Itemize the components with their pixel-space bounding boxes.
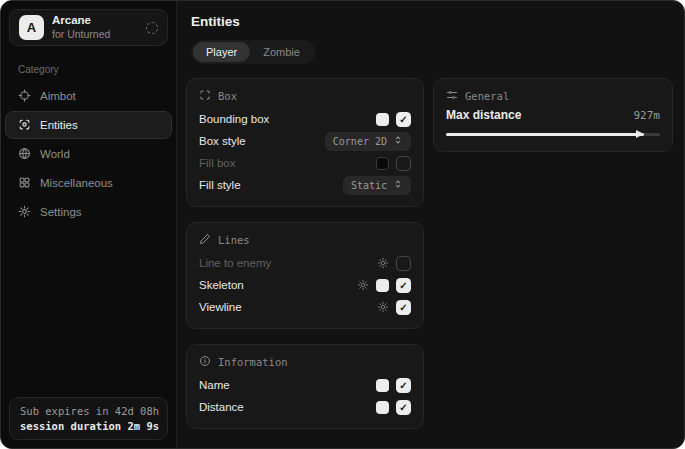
main-panel: Entities Player Zombie Box Bounding box (177, 1, 685, 448)
sidebar-item-miscellaneous[interactable]: Miscellaneous (5, 169, 172, 197)
distance-checkbox[interactable] (396, 400, 411, 415)
line-to-enemy-settings-gear-icon[interactable] (377, 257, 389, 269)
section-title: Box (218, 90, 237, 102)
scan-icon (18, 118, 31, 133)
max-distance-row: Max distance 927m (446, 108, 660, 122)
skeleton-color-swatch[interactable] (376, 279, 389, 292)
crosshair-icon (18, 89, 31, 104)
skeleton-settings-gear-icon[interactable] (357, 279, 369, 291)
unfold-icon (393, 179, 403, 191)
slider-thumb[interactable] (636, 130, 644, 138)
distance-row: Distance (199, 396, 411, 418)
sidebar-item-label: Settings (40, 206, 82, 218)
sidebar-item-label: Aimbot (40, 90, 76, 102)
max-distance-slider-fill (446, 133, 644, 136)
category-label: Category (18, 64, 176, 75)
sliders-icon (446, 89, 458, 103)
section-title: Information (218, 356, 288, 368)
max-distance-value: 927m (634, 109, 661, 122)
max-distance-slider[interactable] (446, 127, 660, 141)
fill-box-checkbox[interactable] (396, 156, 411, 171)
viewline-label: Viewline (199, 301, 377, 313)
box-style-label: Box style (199, 135, 325, 147)
window: A Arcane for Unturned Category Aimbot En… (0, 0, 685, 449)
fill-style-label: Fill style (199, 179, 343, 191)
box-section-card: Box Bounding box Box style Corne (186, 78, 424, 207)
tab-player[interactable]: Player (193, 42, 250, 62)
viewline-settings-gear-icon[interactable] (377, 301, 389, 313)
bounding-box-label: Bounding box (199, 113, 376, 125)
sidebar-item-entities[interactable]: Entities (5, 111, 172, 139)
skeleton-checkbox[interactable] (396, 278, 411, 293)
name-checkbox[interactable] (396, 378, 411, 393)
sidebar-item-aimbot[interactable]: Aimbot (5, 82, 172, 110)
max-distance-label: Max distance (446, 108, 634, 122)
line-to-enemy-label: Line to enemy (199, 257, 377, 269)
info-icon (199, 355, 211, 369)
fill-box-label: Fill box (199, 157, 376, 169)
tab-zombie[interactable]: Zombie (250, 42, 313, 62)
pencil-icon (199, 233, 211, 247)
app-name: Arcane (52, 14, 138, 28)
name-label: Name (199, 379, 376, 391)
skeleton-row: Skeleton (199, 274, 411, 296)
sidebar: A Arcane for Unturned Category Aimbot En… (1, 1, 177, 448)
fill-style-row: Fill style Static (199, 174, 411, 196)
unfold-icon (393, 135, 403, 147)
app-header-card: A Arcane for Unturned (9, 9, 168, 46)
box-style-dropdown[interactable]: Corner 2D (325, 132, 411, 151)
name-color-swatch[interactable] (376, 379, 389, 392)
bounding-box-color-swatch[interactable] (376, 113, 389, 126)
session-duration-text: session duration 2m 9s (20, 420, 157, 432)
skeleton-label: Skeleton (199, 279, 357, 291)
viewline-row: Viewline (199, 296, 411, 318)
lines-section-card: Lines Line to enemy Skeleton (186, 222, 424, 329)
viewline-checkbox[interactable] (396, 300, 411, 315)
entity-tabs: Player Zombie (191, 40, 315, 64)
sidebar-item-world[interactable]: World (5, 140, 172, 168)
section-title: General (465, 90, 509, 102)
subscription-info-card: Sub expires in 42d 08h session duration … (9, 397, 168, 440)
box-corners-icon (199, 89, 211, 103)
section-title: Lines (218, 234, 250, 246)
sub-expiry-text: Sub expires in 42d 08h (20, 405, 157, 417)
spinner-icon (146, 22, 158, 34)
app-subtitle: for Unturned (52, 28, 138, 41)
page-title: Entities (191, 14, 673, 29)
sidebar-item-label: Entities (40, 119, 78, 131)
line-to-enemy-checkbox[interactable] (396, 256, 411, 271)
fill-box-row: Fill box (199, 152, 411, 174)
sidebar-item-label: Miscellaneous (40, 177, 113, 189)
box-style-row: Box style Corner 2D (199, 130, 411, 152)
distance-color-swatch[interactable] (376, 401, 389, 414)
bounding-box-row: Bounding box (199, 108, 411, 130)
sidebar-item-label: World (40, 148, 70, 160)
sidebar-nav: Aimbot Entities World Miscellaneous Sett… (1, 82, 176, 226)
bounding-box-checkbox[interactable] (396, 112, 411, 127)
grid-icon (18, 176, 31, 191)
gear-icon (18, 205, 31, 220)
general-section-card: General Max distance 927m (433, 78, 673, 152)
globe-icon (18, 147, 31, 162)
fill-box-color-swatch[interactable] (376, 157, 389, 170)
line-to-enemy-row: Line to enemy (199, 252, 411, 274)
information-section-card: Information Name Distance (186, 344, 424, 429)
name-row: Name (199, 374, 411, 396)
fill-style-dropdown[interactable]: Static (343, 176, 411, 195)
distance-label: Distance (199, 401, 376, 413)
app-logo: A (19, 15, 44, 40)
sidebar-item-settings[interactable]: Settings (5, 198, 172, 226)
